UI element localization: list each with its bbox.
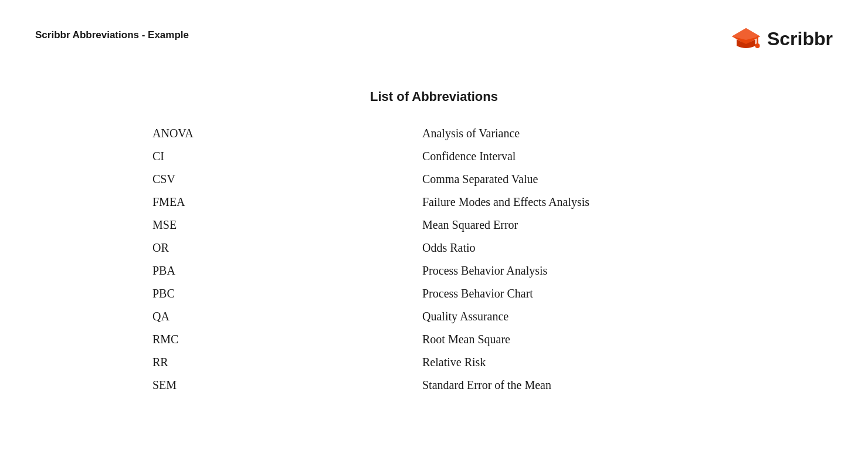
logo-text: Scribbr [767, 28, 833, 50]
page: Scribbr Abbreviations - Example Scribbr … [0, 0, 868, 453]
abbreviation-meaning: Mean Squared Error [422, 214, 727, 236]
table-row: MSEMean Squared Error [141, 214, 727, 236]
table-row: CIConfidence Interval [141, 145, 727, 168]
abbreviations-table: ANOVAAnalysis of VarianceCIConfidence In… [141, 122, 727, 397]
table-row: PBAProcess Behavior Analysis [141, 259, 727, 282]
abbreviation-meaning: Odds Ratio [422, 236, 727, 259]
abbreviation-code: PBC [141, 282, 422, 305]
table-row: FMEAFailure Modes and Effects Analysis [141, 191, 727, 214]
abbreviation-meaning: Quality Assurance [422, 305, 727, 328]
abbreviation-code: QA [141, 305, 422, 328]
abbreviation-meaning: Process Behavior Chart [422, 282, 727, 305]
table-row: RMCRoot Mean Square [141, 328, 727, 351]
abbreviation-code: FMEA [141, 191, 422, 214]
header: Scribbr Abbreviations - Example Scribbr [35, 23, 833, 54]
abbreviation-meaning: Analysis of Variance [422, 122, 727, 145]
page-title: Scribbr Abbreviations - Example [35, 23, 189, 41]
abbreviation-meaning: Confidence Interval [422, 145, 727, 168]
abbreviation-meaning: Failure Modes and Effects Analysis [422, 191, 727, 214]
svg-point-3 [755, 43, 760, 48]
list-heading: List of Abbreviations [370, 89, 498, 104]
abbreviation-meaning: Standard Error of the Mean [422, 374, 727, 397]
logo-container: Scribbr [731, 23, 833, 54]
abbreviation-code: MSE [141, 214, 422, 236]
table-row: RRRelative Risk [141, 351, 727, 374]
svg-rect-2 [757, 36, 758, 45]
table-row: SEMStandard Error of the Mean [141, 374, 727, 397]
scribbr-logo-icon [731, 23, 761, 54]
abbreviation-code: OR [141, 236, 422, 259]
abbreviation-code: PBA [141, 259, 422, 282]
table-row: CSVComma Separated Value [141, 168, 727, 191]
abbreviation-code: CSV [141, 168, 422, 191]
table-row: QAQuality Assurance [141, 305, 727, 328]
abbreviation-meaning: Comma Separated Value [422, 168, 727, 191]
abbreviation-code: RR [141, 351, 422, 374]
main-content: List of Abbreviations ANOVAAnalysis of V… [35, 89, 833, 397]
abbreviation-meaning: Relative Risk [422, 351, 727, 374]
abbreviation-code: ANOVA [141, 122, 422, 145]
abbreviation-code: CI [141, 145, 422, 168]
table-row: PBCProcess Behavior Chart [141, 282, 727, 305]
abbreviation-code: SEM [141, 374, 422, 397]
table-row: OROdds Ratio [141, 236, 727, 259]
table-row: ANOVAAnalysis of Variance [141, 122, 727, 145]
abbreviation-code: RMC [141, 328, 422, 351]
abbreviation-meaning: Root Mean Square [422, 328, 727, 351]
abbreviation-meaning: Process Behavior Analysis [422, 259, 727, 282]
